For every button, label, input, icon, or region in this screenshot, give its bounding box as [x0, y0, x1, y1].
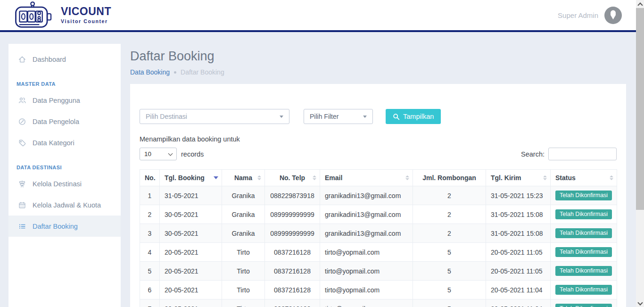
vertical-scrollbar[interactable] — [636, 0, 644, 307]
scrollbar-thumb[interactable] — [636, 8, 644, 210]
status-badge: Telah Dikonfirmasi — [555, 304, 612, 307]
search-control: Search: — [521, 148, 617, 160]
cell-no: 4 — [140, 243, 160, 262]
cell-tgl-kirim: 31-05-2021 15:08 — [486, 224, 551, 243]
table-row: 620-05-2021Tirto0837216128tirto@yopmail.… — [140, 281, 617, 299]
records-control: 10 records — [140, 148, 204, 160]
sidebar-item-kelola-jadwal-kuota[interactable]: Kelola Jadwal & Kuota — [8, 194, 121, 216]
cell-email: tirto@yopmail.com — [320, 243, 413, 262]
status-badge: Telah Dikonfirmasi — [555, 191, 612, 200]
cell-no: 7 — [140, 299, 160, 307]
cell-jml-rombongan: 2 — [413, 205, 486, 224]
cell-tgl-booking: 20-05-2021 — [160, 281, 222, 299]
column-header-tgl-booking[interactable]: Tgl. Booking — [160, 170, 222, 186]
brand-text: VICOUNT Visitor Counter — [61, 6, 111, 24]
cell-email: granikadini13@gmail.com — [320, 205, 413, 224]
sidebar: Dashboard MASTER DATA Data Pengguna Data… — [8, 44, 121, 307]
table-body: 131-05-2021Granika088229873918granikadin… — [140, 186, 617, 307]
pen-circle-icon — [18, 117, 26, 126]
column-header-no[interactable]: No. — [140, 170, 160, 186]
brand-tagline: Visitor Counter — [61, 18, 111, 24]
cell-nama: Tirto — [222, 262, 265, 281]
breadcrumb-separator-dot — [174, 71, 176, 74]
cell-tgl-booking: 20-05-2021 — [160, 299, 222, 307]
sidebar-section-title-master-data: MASTER DATA — [17, 81, 121, 87]
cell-no-telp: 0837216128 — [265, 281, 320, 299]
column-header-email[interactable]: Email — [320, 170, 413, 186]
cell-no: 2 — [140, 205, 160, 224]
chevron-down-icon — [363, 116, 367, 118]
destination-select[interactable]: Pilih Destinasi — [140, 109, 289, 124]
table-row: 420-05-2021Tirto0837216128tirto@yopmail.… — [140, 243, 617, 262]
sidebar-item-label: Kelola Destinasi — [33, 180, 82, 188]
cell-status: Telah Dikonfirmasi — [551, 224, 617, 243]
cell-tgl-kirim: 31-05-2021 15:23 — [486, 186, 551, 205]
sidebar-item-data-kategori[interactable]: Data Kategori — [8, 132, 121, 153]
table-row: 230-05-2021Granika089999999999granikadin… — [140, 205, 617, 224]
sidebar-item-data-pengelola[interactable]: Data Pengelola — [8, 111, 121, 132]
breadcrumb-current: Daftar Booking — [181, 68, 224, 76]
search-label: Search: — [521, 150, 545, 158]
table-row: 330-05-2021Granika089999999999granikadin… — [140, 224, 617, 243]
cell-email: granikadini13@gmail.com — [320, 224, 413, 243]
search-icon — [393, 113, 400, 120]
column-label: Tgl. Kirim — [491, 174, 521, 182]
listing-caption: Menampilkan data booking untuk — [140, 135, 617, 143]
signpost-icon — [18, 180, 26, 188]
cell-jml-rombongan: 5 — [413, 262, 486, 281]
breadcrumb-parent-link[interactable]: Data Booking — [130, 68, 170, 76]
scroll-up-arrow-icon[interactable] — [636, 0, 644, 8]
sidebar-item-dashboard[interactable]: Dashboard — [8, 49, 121, 70]
cell-tgl-booking: 20-05-2021 — [160, 262, 222, 281]
column-label: Nama — [234, 174, 252, 182]
cell-tgl-kirim: 20-05-2021 11:04 — [486, 281, 551, 299]
cell-jml-rombongan: 2 — [413, 186, 486, 205]
cell-tgl-kirim: 31-05-2021 15:08 — [486, 205, 551, 224]
column-label: Status — [555, 174, 576, 182]
cell-nama: Granika — [222, 224, 265, 243]
cell-jml-rombongan: 2 — [413, 224, 486, 243]
cell-tgl-booking: 31-05-2021 — [160, 186, 222, 205]
cell-status: Telah Dikonfirmasi — [551, 281, 617, 299]
column-header-status[interactable]: Status — [551, 170, 617, 186]
column-header-jml-rombongan[interactable]: Jml. Rombongan — [413, 170, 486, 186]
cell-no: 5 — [140, 262, 160, 281]
table-controls: 10 records Search: — [140, 148, 617, 160]
page-title: Daftar Booking — [130, 49, 215, 64]
user-avatar-icon[interactable] — [604, 7, 622, 24]
filter-select[interactable]: Pilih Filter — [304, 109, 373, 124]
sort-both-icon — [405, 175, 409, 180]
search-input[interactable] — [548, 148, 617, 160]
records-label: records — [181, 150, 204, 158]
column-header-no-telp[interactable]: No. Telp — [265, 170, 320, 186]
cell-no-telp: 089999999999 — [265, 224, 320, 243]
cell-no-telp: 0837216128 — [265, 299, 320, 307]
column-header-tgl-kirim[interactable]: Tgl. Kirim — [486, 170, 551, 186]
cell-status: Telah Dikonfirmasi — [551, 262, 617, 281]
show-button[interactable]: Tampilkan — [386, 109, 441, 124]
cell-nama: Tirto — [222, 281, 265, 299]
scroll-down-arrow-icon[interactable] — [636, 299, 644, 307]
brand-logo[interactable]: VICOUNT Visitor Counter — [0, 0, 111, 30]
table-header-row: No.Tgl. BookingNamaNo. TelpEmailJml. Rom… — [140, 170, 617, 186]
filter-row: Pilih Destinasi Pilih Filter Tampilkan — [140, 109, 617, 124]
sort-both-icon — [543, 175, 547, 180]
content-card: Pilih Destinasi Pilih Filter Tampilkan M… — [130, 84, 626, 307]
table-row: 520-05-2021Tirto0837216128tirto@yopmail.… — [140, 262, 617, 281]
cell-status: Telah Dikonfirmasi — [551, 243, 617, 262]
table-row: 131-05-2021Granika088229873918granikadin… — [140, 186, 617, 205]
column-label: Email — [325, 174, 342, 182]
user-menu[interactable]: Super Admin — [558, 7, 644, 24]
cell-tgl-booking: 30-05-2021 — [160, 224, 222, 243]
cell-no-telp: 088229873918 — [265, 186, 320, 205]
cell-nama: Granika — [222, 205, 265, 224]
records-per-page-value: 10 — [144, 150, 151, 158]
sidebar-item-label: Data Kategori — [33, 139, 74, 147]
sidebar-item-daftar-booking[interactable]: Daftar Booking — [8, 216, 121, 237]
records-per-page-select[interactable]: 10 — [140, 148, 177, 160]
cell-no-telp: 0837216128 — [265, 243, 320, 262]
status-badge: Telah Dikonfirmasi — [555, 228, 612, 238]
sidebar-item-kelola-destinasi[interactable]: Kelola Destinasi — [8, 173, 121, 194]
column-header-nama[interactable]: Nama — [222, 170, 265, 186]
sidebar-item-data-pengguna[interactable]: Data Pengguna — [8, 90, 121, 111]
